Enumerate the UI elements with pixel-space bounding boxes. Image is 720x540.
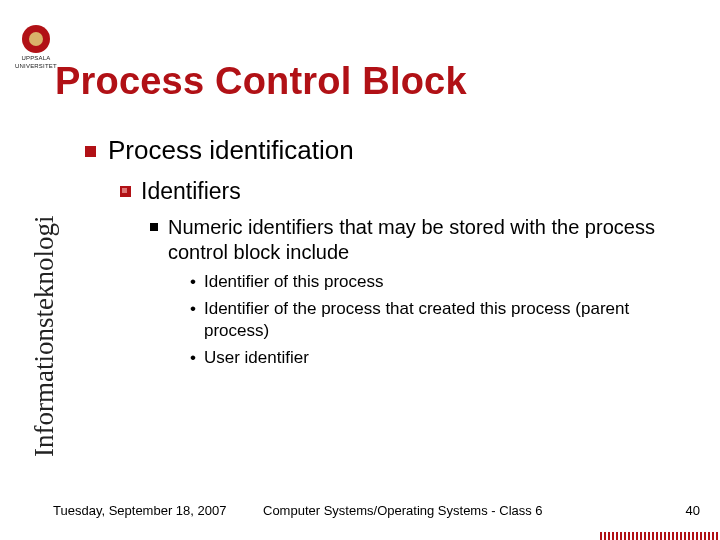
slide-title: Process Control Block — [55, 60, 467, 103]
bullet-level-4-text: Identifier of this process — [204, 271, 384, 292]
square-bullet-icon — [150, 223, 158, 231]
bullet-level-1-text: Process identification — [108, 135, 354, 166]
bullet-level-4-text: Identifier of the process that created t… — [204, 298, 690, 341]
bullet-level-3-text: Numeric identifiers that may be stored w… — [168, 215, 690, 265]
dot-bullet-icon: • — [190, 347, 196, 368]
bullet-level-3: Numeric identifiers that may be stored w… — [150, 215, 690, 265]
dot-bullet-icon: • — [190, 271, 196, 292]
slide-footer: Tuesday, September 18, 2007 Computer Sys… — [53, 503, 700, 518]
footer-page-number: 40 — [660, 503, 700, 518]
bullet-level-4: • Identifier of this process — [190, 271, 690, 292]
bullet-level-4: • User identifier — [190, 347, 690, 368]
square-bullet-icon — [120, 186, 131, 197]
square-bullet-icon — [85, 146, 96, 157]
dot-bullet-icon: • — [190, 298, 196, 319]
footer-course: Computer Systems/Operating Systems - Cla… — [233, 503, 660, 518]
accent-bar — [600, 532, 720, 540]
logo-text-line2: UNIVERSITET — [15, 63, 57, 69]
bullet-level-1: Process identification — [85, 135, 690, 166]
bullet-level-2-text: Identifiers — [141, 178, 241, 205]
vertical-label: Informationsteknologi — [29, 216, 60, 457]
university-logo: UPPSALA UNIVERSITET — [15, 25, 57, 69]
footer-date: Tuesday, September 18, 2007 — [53, 503, 233, 518]
bullet-level-4-text: User identifier — [204, 347, 309, 368]
bullet-level-2: Identifiers — [120, 178, 690, 205]
logo-seal-icon — [22, 25, 50, 53]
bullet-level-4: • Identifier of the process that created… — [190, 298, 690, 341]
logo-text-line1: UPPSALA — [21, 55, 50, 61]
content-area: Process identification Identifiers Numer… — [85, 135, 690, 368]
